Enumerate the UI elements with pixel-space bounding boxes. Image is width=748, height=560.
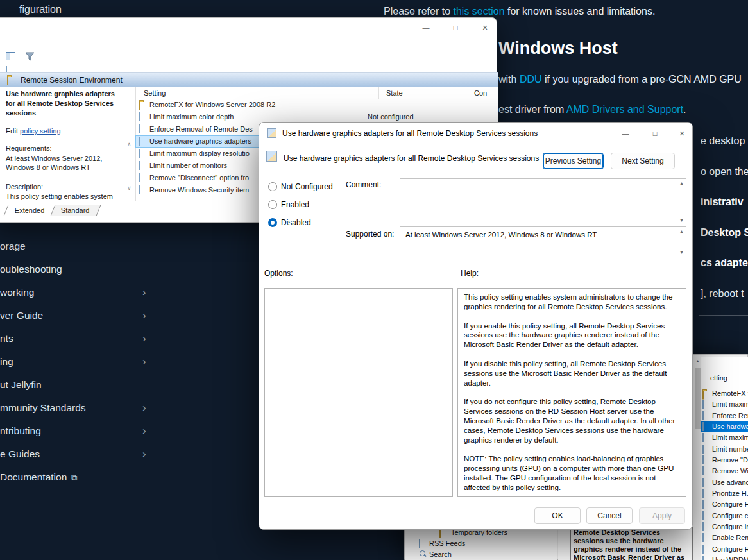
policy-icon (702, 433, 704, 442)
radio-not-configured[interactable] (268, 182, 277, 191)
bg-list-item[interactable]: RemoteFX for V (701, 388, 748, 399)
bg-list-item-label: Configure Rem (712, 545, 748, 553)
bg-list-item[interactable]: Remove Windc (701, 466, 748, 477)
sidebar-item-storage[interactable]: orage (0, 235, 160, 258)
apply-button[interactable]: Apply (639, 507, 685, 524)
line2-post: . (683, 104, 686, 115)
scroll-up-icon[interactable]: ▲ (679, 229, 684, 233)
column-separator[interactable] (378, 87, 379, 99)
bg-list-scrollbar[interactable]: ▲ (693, 357, 701, 560)
this-section-link[interactable]: this section (454, 6, 505, 17)
policy-icon (139, 149, 140, 158)
radio-disabled[interactable] (268, 218, 277, 227)
maximize-button[interactable]: □ (648, 126, 662, 140)
column-separator[interactable] (468, 87, 468, 99)
edit-policy-setting-link[interactable]: policy setting (20, 127, 61, 135)
maximize-button[interactable]: □ (448, 21, 463, 35)
scroll-up-icon[interactable]: ∧ (127, 141, 132, 148)
bg-list-item-label: Configure H.26 (712, 500, 748, 508)
bg-list-item[interactable]: Prioritize H.264 (701, 488, 748, 499)
bg-list-item[interactable]: Configure Rem (701, 544, 748, 555)
previous-setting-button[interactable]: Previous Setting (543, 153, 604, 169)
bg-list-item[interactable]: Remove "Discc (701, 455, 748, 466)
next-setting-button[interactable]: Next Setting (611, 153, 675, 169)
comment-input[interactable]: ▲ ▼ (400, 178, 686, 225)
sidebar-item-community-standards[interactable]: mmunity Standards› (0, 396, 160, 420)
bg-policy-description: Remote Desktop Services sessions use the… (570, 527, 693, 560)
help-panel[interactable]: This policy setting enables system admin… (457, 288, 686, 497)
bg-list-item[interactable]: Configure ima (701, 522, 748, 532)
policy-icon (702, 511, 704, 520)
bg-list-item[interactable]: Configure corr (701, 511, 748, 522)
sidebar-item-troubleshooting[interactable]: oubleshooting (0, 258, 160, 281)
settings-row-label: Enforce Removal of Remote Des (149, 125, 253, 133)
minimize-button[interactable]: — (419, 21, 433, 35)
radio-enabled-label[interactable]: Enabled (281, 200, 309, 209)
edit-label: Edit (6, 127, 20, 135)
line1-pre: with (498, 74, 520, 85)
sidebar-item-contributing[interactable]: ntributing› (0, 420, 160, 443)
tree-item-rss-feeds[interactable]: RSS Feeds (419, 539, 420, 547)
cancel-button[interactable]: Cancel (586, 507, 633, 524)
sidebar-item-networking[interactable]: working› (0, 281, 160, 304)
line1-post: if you upgraded from a pre-GCN AMD GPU (542, 74, 742, 85)
scroll-up-icon[interactable]: ▲ (695, 359, 700, 363)
paragraph-line-2: est driver from AMD Drivers and Support. (498, 104, 686, 115)
column-header-setting[interactable]: Setting (144, 89, 166, 97)
gpedit-titlebar[interactable]: — □ ✕ (0, 18, 498, 37)
page-heading-fragment: figuration (19, 4, 62, 15)
sidebar-item-developing[interactable]: ing› (0, 350, 160, 373)
sidebar-item-about-jellyfin[interactable]: ut Jellyfin (0, 373, 160, 396)
radio-not-configured-label[interactable]: Not Configured (281, 182, 333, 191)
close-button[interactable]: ✕ (675, 126, 689, 140)
show-console-tree-icon[interactable] (6, 52, 15, 60)
sidebar-item-style-guides[interactable]: e Guides› (0, 443, 160, 466)
minimize-button[interactable]: — (618, 126, 633, 140)
sidebar-item-server-guide[interactable]: ver Guide› (0, 304, 160, 327)
scroll-down-icon[interactable]: ▼ (679, 218, 684, 223)
line2-pre: est driver from (498, 104, 566, 115)
help-label: Help: (461, 269, 479, 278)
chevron-right-icon: › (142, 443, 146, 466)
tab-extended[interactable]: Extended (3, 205, 56, 216)
policy-icon (702, 500, 704, 509)
sidebar-item-clients[interactable]: nts› (0, 327, 160, 350)
column-header-state[interactable]: State (386, 89, 403, 97)
bg-list-item[interactable]: Use advanced I (701, 477, 748, 488)
scrollbar-thumb[interactable] (695, 368, 701, 429)
close-button[interactable]: ✕ (478, 21, 492, 35)
column-header-comment[interactable]: Con (474, 89, 487, 97)
ddu-link[interactable]: DDU (520, 74, 542, 85)
bg-list-item[interactable]: Enable Remote (701, 532, 748, 543)
bg-list-item[interactable]: Use WDDM gra (701, 555, 748, 560)
bg-list-item[interactable]: Limit maximur (701, 432, 748, 443)
scroll-down-icon[interactable]: ∨ (127, 185, 132, 191)
pane-header: Remote Session Environment (0, 72, 498, 87)
close-icon: ✕ (679, 130, 684, 137)
bg-list-item[interactable]: Enforce Remov (701, 411, 748, 421)
supported-on-input[interactable]: At least Windows Server 2012, Windows 8 … (400, 226, 686, 257)
view-tabs: Extended Standard (6, 205, 94, 216)
bg-list-item-selected[interactable]: Use hardware g (701, 421, 748, 432)
filter-icon[interactable] (25, 51, 35, 61)
bg-list-item[interactable]: Limit maximur (701, 399, 748, 410)
scroll-up-icon[interactable]: ▲ (679, 181, 684, 185)
chevron-right-icon: › (142, 327, 146, 350)
tab-standard[interactable]: Standard (49, 205, 101, 216)
maximize-icon: □ (653, 130, 658, 137)
amd-drivers-link[interactable]: AMD Drivers and Support (566, 104, 683, 115)
options-panel[interactable] (264, 288, 453, 497)
radio-disabled-label[interactable]: Disabled (281, 218, 311, 227)
bg-list-item[interactable]: Limit number o (701, 444, 748, 455)
text-fragment: inistrativ (701, 196, 744, 208)
sidebar-item-documentation[interactable]: Documentation⧉ (0, 466, 160, 489)
bg-list-item[interactable]: Configure H.26 (701, 499, 748, 510)
bg-settings-column-header[interactable]: etting (710, 374, 727, 382)
ok-button[interactable]: OK (534, 507, 581, 524)
text-fragment: ], reboot t (701, 288, 744, 300)
description-label: Description: (6, 183, 43, 191)
dialog-titlebar[interactable]: Use hardware graphics adapters for all R… (259, 123, 693, 144)
scroll-down-icon[interactable]: ▼ (679, 250, 684, 255)
radio-enabled[interactable] (268, 200, 277, 209)
settings-row[interactable]: RemoteFX for Windows Server 2008 R2 (135, 99, 495, 111)
